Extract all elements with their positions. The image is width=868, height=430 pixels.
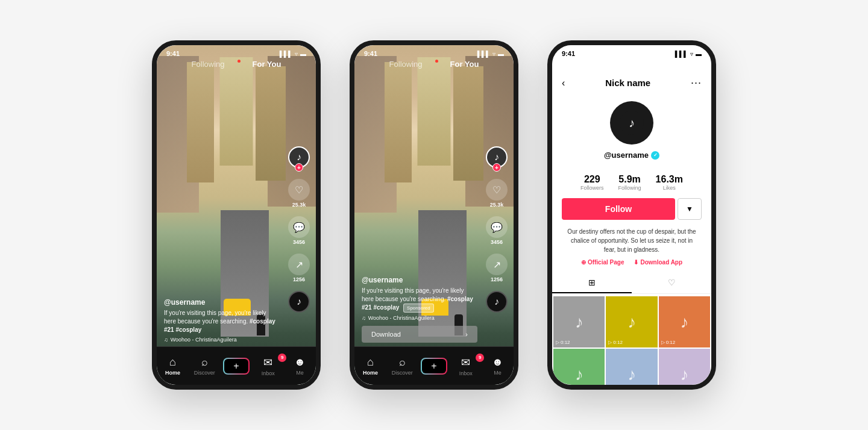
comment-action-2[interactable]: 💬 3456 [486,216,508,245]
music-disc-2[interactable]: ♪ [486,291,508,313]
following-dot-1 [237,60,241,63]
video-thumb-5[interactable]: ♪ ▷ 0:12 [606,349,657,385]
following-label: Following [618,185,641,191]
nav-bar-2: ⌂ Home ⌕ Discover + ✉ 9 Inbox [354,346,514,385]
share-action-1[interactable]: ↗ 1256 [288,254,310,282]
bio-text: Our destiny offers not the cup of despai… [552,227,711,259]
share-action-2[interactable]: ↗ 1256 [486,254,508,282]
discover-icon-2: ⌕ [399,356,406,369]
followers-count: 229 [584,174,600,185]
home-icon-2: ⌂ [367,356,374,369]
likes-label: Likes [663,185,676,191]
discover-label-2: Discover [392,370,413,376]
nav-home-2[interactable]: ⌂ Home [354,356,386,376]
nav-discover-2[interactable]: ⌕ Discover [386,356,418,376]
video-duration-1: ▷ 0:12 [556,340,570,345]
video-thumb-3[interactable]: ♪ ▷ 0:12 [659,296,710,347]
signal-icon-1: ▌▌▌ [280,51,292,57]
music-disc-1[interactable]: ♪ [288,291,310,313]
video-thumb-2[interactable]: ♪ ▷ 0:12 [606,296,657,347]
nav-inbox-2[interactable]: ✉ 9 Inbox [450,356,482,376]
building-2-2 [385,62,412,182]
for-you-tab-2[interactable]: For You [450,60,479,69]
home-label-2: Home [363,370,378,376]
nav-me-1[interactable]: ☻ Me [284,356,316,376]
avatar-section-1: ♪ + [288,146,310,168]
duration-1: 0:12 [561,340,570,345]
add-button-2[interactable]: + [421,358,447,375]
add-icon-1: + [233,361,239,372]
comment-action-1[interactable]: 💬 3456 [288,216,310,245]
following-tab-2[interactable]: Following [389,60,423,69]
download-label-2: Download [371,331,401,338]
video-caption-2: If you're visiting this page, you're lik… [362,287,477,313]
liked-tab[interactable]: ♡ [632,273,711,293]
top-nav-2: Following For You [354,60,514,69]
video-username-1: @username [164,298,280,307]
download-arrow-2: › [465,331,468,338]
building-2-1 [187,62,214,182]
me-label-1: Me [296,370,304,376]
share-icon-1: ↗ [288,254,310,275]
more-options-button[interactable]: ··· [691,76,702,89]
svg-text:♪: ♪ [629,116,635,129]
follow-plus-2[interactable]: + [492,163,501,172]
building-center-1 [220,57,253,166]
discover-icon-1: ⌕ [201,356,208,369]
video-thumb-6[interactable]: ♪ ▷ 0:12 [659,349,710,385]
download-app-link[interactable]: ⬇ Download App [634,259,682,266]
official-page-link[interactable]: ⊕ Official Page [581,259,624,266]
following-stat: 5.9m Following [618,174,641,191]
follow-dropdown-button[interactable]: ▼ [678,198,702,220]
music-icon-1: ♪ [288,291,310,313]
like-action-1[interactable]: ♡ 25.3k [288,179,310,208]
follow-button[interactable]: Follow [562,198,675,220]
profile-tabs: ⊞ ♡ [552,273,711,294]
comment-icon-2: 💬 [486,216,508,238]
nav-add-2[interactable]: + [418,358,450,375]
music-note-2: ♫ [362,315,366,321]
inbox-badge-1: 9 [278,354,286,362]
share-count-2: 1256 [491,276,503,282]
play-icon-3: ▷ [661,340,665,345]
thumb-logo-3: ♪ [680,313,688,332]
status-bar-2: 9:41 ▌▌▌ ▿ ▬ [354,45,514,60]
stats-row: 229 Followers 5.9m Following 16.3m Likes [552,167,711,198]
following-tab-1[interactable]: Following [192,60,225,69]
duration-2: 0:12 [613,340,623,345]
bottom-content-1: @username If you're visiting this page, … [164,298,280,343]
download-app-text: Download App [640,259,682,266]
music-row-2: ♫ Woohoo - ChristinaAguilera [362,315,477,321]
music-icon-2: ♪ [486,291,508,313]
back-button[interactable]: ‹ [562,78,565,89]
nav-me-2[interactable]: ☻ Me [482,356,514,376]
like-action-2[interactable]: ♡ 25.3k [486,179,508,208]
discover-label-1: Discover [194,370,215,376]
likes-count: 16.3m [656,174,683,185]
status-time-1: 9:41 [166,50,180,57]
nav-inbox-1[interactable]: ✉ 9 Inbox [252,356,284,376]
follow-plus-1[interactable]: + [295,163,303,172]
profile-avatar-section: ♪ @username ✓ [552,96,711,167]
inbox-icon-1: ✉ [263,356,272,369]
nav-home-1[interactable]: ⌂ Home [157,356,189,376]
nav-add-1[interactable]: + [221,358,253,375]
videos-tab[interactable]: ⊞ [552,273,632,293]
profile-title: Nick name [605,78,650,88]
video-thumb-1[interactable]: ♪ ▷ 0:12 [553,296,605,347]
download-button-2[interactable]: Download › [362,326,477,343]
like-count-1: 25.3k [292,202,306,208]
play-icon-2: ▷ [608,340,612,345]
for-you-tab-1[interactable]: For You [253,60,281,69]
nav-discover-1[interactable]: ⌕ Discover [189,356,221,376]
heart-icon-2: ♡ [486,179,508,201]
right-actions-1: ♪ + ♡ 25.3k 💬 3456 ↗ 1256 ♪ [288,146,310,313]
download-icon: ⬇ [634,259,638,266]
video-thumb-4[interactable]: ♪ ▷ 0:12 [553,349,605,385]
signal-icon-3: ▌▌▌ [675,51,688,57]
followers-label: Followers [580,185,604,191]
add-button-1[interactable]: + [223,358,250,375]
follow-row: Follow ▼ [552,198,711,227]
status-icons-3: ▌▌▌ ▿ ▬ [675,51,702,57]
links-row: ⊕ Official Page ⬇ Download App [552,259,711,273]
